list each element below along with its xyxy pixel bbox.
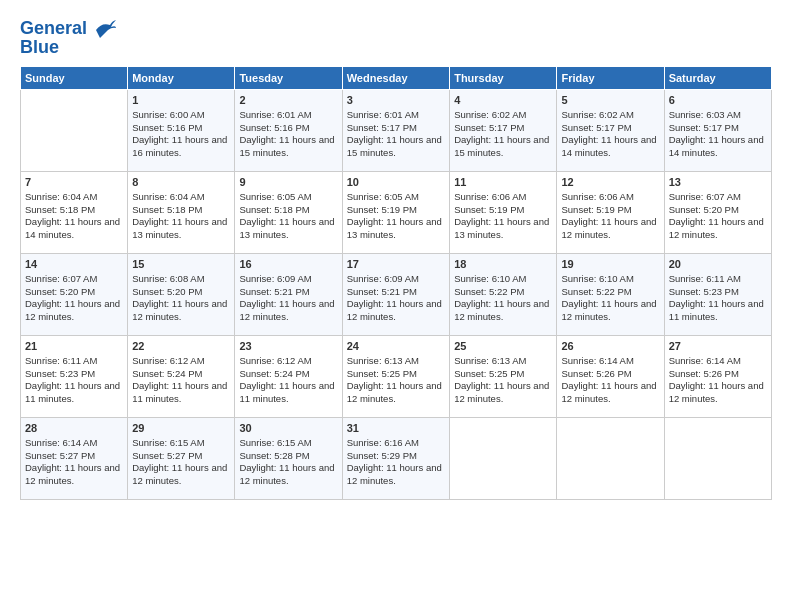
sunrise: Sunrise: 6:02 AM [454, 109, 526, 120]
bird-icon [94, 20, 116, 38]
weekday-header-tuesday: Tuesday [235, 67, 342, 90]
daylight: Daylight: 11 hours and 13 minutes. [132, 216, 227, 240]
sunset: Sunset: 5:19 PM [347, 204, 417, 215]
day-number: 23 [239, 339, 337, 354]
sunrise: Sunrise: 6:14 AM [25, 437, 97, 448]
calendar-week-4: 21Sunrise: 6:11 AMSunset: 5:23 PMDayligh… [21, 336, 772, 418]
sunset: Sunset: 5:27 PM [132, 450, 202, 461]
daylight: Daylight: 11 hours and 12 minutes. [454, 298, 549, 322]
daylight: Daylight: 11 hours and 12 minutes. [561, 380, 656, 404]
sunset: Sunset: 5:20 PM [132, 286, 202, 297]
sunset: Sunset: 5:18 PM [25, 204, 95, 215]
daylight: Daylight: 11 hours and 13 minutes. [347, 216, 442, 240]
sunrise: Sunrise: 6:13 AM [347, 355, 419, 366]
sunrise: Sunrise: 6:05 AM [239, 191, 311, 202]
sunrise: Sunrise: 6:07 AM [669, 191, 741, 202]
daylight: Daylight: 11 hours and 12 minutes. [669, 216, 764, 240]
calendar-cell: 7Sunrise: 6:04 AMSunset: 5:18 PMDaylight… [21, 172, 128, 254]
sunset: Sunset: 5:28 PM [239, 450, 309, 461]
page-header: General Blue [20, 18, 772, 58]
sunrise: Sunrise: 6:00 AM [132, 109, 204, 120]
daylight: Daylight: 11 hours and 12 minutes. [239, 298, 334, 322]
sunset: Sunset: 5:18 PM [239, 204, 309, 215]
sunrise: Sunrise: 6:13 AM [454, 355, 526, 366]
sunrise: Sunrise: 6:14 AM [669, 355, 741, 366]
calendar-cell: 24Sunrise: 6:13 AMSunset: 5:25 PMDayligh… [342, 336, 449, 418]
day-number: 26 [561, 339, 659, 354]
daylight: Daylight: 11 hours and 14 minutes. [25, 216, 120, 240]
daylight: Daylight: 11 hours and 12 minutes. [347, 462, 442, 486]
day-number: 6 [669, 93, 767, 108]
daylight: Daylight: 11 hours and 15 minutes. [454, 134, 549, 158]
sunrise: Sunrise: 6:09 AM [347, 273, 419, 284]
sunset: Sunset: 5:20 PM [669, 204, 739, 215]
day-number: 27 [669, 339, 767, 354]
sunset: Sunset: 5:26 PM [669, 368, 739, 379]
logo-blue: Blue [20, 37, 59, 58]
weekday-header-sunday: Sunday [21, 67, 128, 90]
daylight: Daylight: 11 hours and 12 minutes. [132, 298, 227, 322]
day-number: 7 [25, 175, 123, 190]
sunset: Sunset: 5:17 PM [561, 122, 631, 133]
calendar-cell: 19Sunrise: 6:10 AMSunset: 5:22 PMDayligh… [557, 254, 664, 336]
sunset: Sunset: 5:19 PM [561, 204, 631, 215]
sunset: Sunset: 5:25 PM [347, 368, 417, 379]
sunset: Sunset: 5:23 PM [669, 286, 739, 297]
weekday-header-wednesday: Wednesday [342, 67, 449, 90]
calendar-cell: 25Sunrise: 6:13 AMSunset: 5:25 PMDayligh… [450, 336, 557, 418]
daylight: Daylight: 11 hours and 15 minutes. [347, 134, 442, 158]
sunrise: Sunrise: 6:03 AM [669, 109, 741, 120]
daylight: Daylight: 11 hours and 12 minutes. [561, 298, 656, 322]
day-number: 17 [347, 257, 445, 272]
sunset: Sunset: 5:27 PM [25, 450, 95, 461]
daylight: Daylight: 11 hours and 15 minutes. [239, 134, 334, 158]
sunset: Sunset: 5:24 PM [132, 368, 202, 379]
weekday-header-friday: Friday [557, 67, 664, 90]
sunrise: Sunrise: 6:06 AM [454, 191, 526, 202]
day-number: 4 [454, 93, 552, 108]
day-number: 12 [561, 175, 659, 190]
sunrise: Sunrise: 6:11 AM [25, 355, 97, 366]
sunrise: Sunrise: 6:01 AM [347, 109, 419, 120]
day-number: 15 [132, 257, 230, 272]
calendar-cell: 11Sunrise: 6:06 AMSunset: 5:19 PMDayligh… [450, 172, 557, 254]
sunrise: Sunrise: 6:08 AM [132, 273, 204, 284]
calendar-cell: 21Sunrise: 6:11 AMSunset: 5:23 PMDayligh… [21, 336, 128, 418]
sunrise: Sunrise: 6:02 AM [561, 109, 633, 120]
sunrise: Sunrise: 6:04 AM [132, 191, 204, 202]
daylight: Daylight: 11 hours and 12 minutes. [561, 216, 656, 240]
daylight: Daylight: 11 hours and 11 minutes. [239, 380, 334, 404]
sunset: Sunset: 5:25 PM [454, 368, 524, 379]
day-number: 2 [239, 93, 337, 108]
sunrise: Sunrise: 6:01 AM [239, 109, 311, 120]
calendar-cell: 12Sunrise: 6:06 AMSunset: 5:19 PMDayligh… [557, 172, 664, 254]
day-number: 18 [454, 257, 552, 272]
calendar-cell: 13Sunrise: 6:07 AMSunset: 5:20 PMDayligh… [664, 172, 771, 254]
calendar-week-5: 28Sunrise: 6:14 AMSunset: 5:27 PMDayligh… [21, 418, 772, 500]
sunrise: Sunrise: 6:11 AM [669, 273, 741, 284]
sunset: Sunset: 5:21 PM [347, 286, 417, 297]
calendar-cell: 30Sunrise: 6:15 AMSunset: 5:28 PMDayligh… [235, 418, 342, 500]
daylight: Daylight: 11 hours and 13 minutes. [454, 216, 549, 240]
day-number: 10 [347, 175, 445, 190]
calendar-week-1: 1Sunrise: 6:00 AMSunset: 5:16 PMDaylight… [21, 90, 772, 172]
daylight: Daylight: 11 hours and 12 minutes. [132, 462, 227, 486]
sunrise: Sunrise: 6:09 AM [239, 273, 311, 284]
day-number: 25 [454, 339, 552, 354]
calendar-cell: 3Sunrise: 6:01 AMSunset: 5:17 PMDaylight… [342, 90, 449, 172]
day-number: 14 [25, 257, 123, 272]
sunrise: Sunrise: 6:15 AM [239, 437, 311, 448]
weekday-header-thursday: Thursday [450, 67, 557, 90]
day-number: 3 [347, 93, 445, 108]
calendar-cell: 23Sunrise: 6:12 AMSunset: 5:24 PMDayligh… [235, 336, 342, 418]
daylight: Daylight: 11 hours and 12 minutes. [347, 298, 442, 322]
calendar-table: SundayMondayTuesdayWednesdayThursdayFrid… [20, 66, 772, 500]
calendar-cell: 27Sunrise: 6:14 AMSunset: 5:26 PMDayligh… [664, 336, 771, 418]
sunset: Sunset: 5:22 PM [454, 286, 524, 297]
daylight: Daylight: 11 hours and 13 minutes. [239, 216, 334, 240]
calendar-cell: 29Sunrise: 6:15 AMSunset: 5:27 PMDayligh… [128, 418, 235, 500]
sunset: Sunset: 5:16 PM [132, 122, 202, 133]
sunrise: Sunrise: 6:12 AM [132, 355, 204, 366]
calendar-cell: 20Sunrise: 6:11 AMSunset: 5:23 PMDayligh… [664, 254, 771, 336]
day-number: 31 [347, 421, 445, 436]
